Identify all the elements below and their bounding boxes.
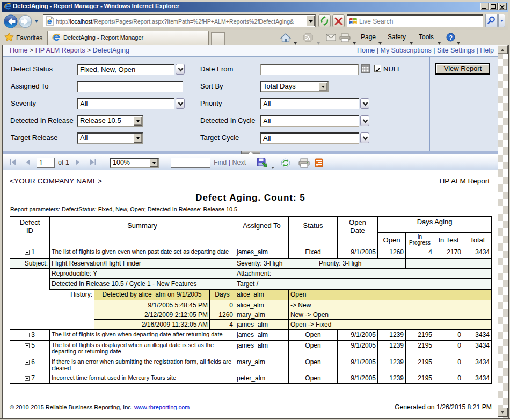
- svg-text:?: ?: [449, 34, 453, 41]
